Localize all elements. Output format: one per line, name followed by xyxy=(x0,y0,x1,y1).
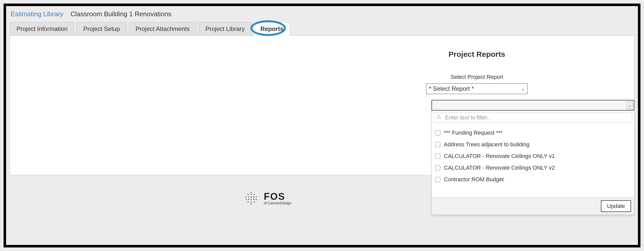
estimates-dropdown: ⌄ *** Funding Request *** Address Trees … xyxy=(431,100,634,215)
logo-sub: of CannonDesign xyxy=(264,201,291,205)
estimate-item[interactable]: CALCULATOR - Renovate Ceilings ONLY v1 xyxy=(434,150,632,162)
reports-title: Project Reports xyxy=(424,50,530,59)
estimate-checkbox[interactable] xyxy=(435,177,440,182)
select-report-label: Select Project Report xyxy=(424,74,530,80)
header-bar: Estimating Library Classroom Building 1 … xyxy=(6,6,638,18)
estimate-checkbox[interactable] xyxy=(435,165,440,170)
logo-dots-icon xyxy=(245,191,258,205)
estimate-item[interactable]: *** Funding Request *** xyxy=(434,127,632,139)
estimate-label: CALCULATOR - Renovate Ceilings ONLY v1 xyxy=(444,153,555,159)
select-report-dropdown[interactable]: * Select Report * ⌄ xyxy=(426,83,528,94)
chevron-down-icon: ⌄ xyxy=(521,86,525,92)
estimate-item[interactable]: Contractor ROM Budget xyxy=(434,174,632,185)
estimates-panel: *** Funding Request *** Address Trees ad… xyxy=(431,111,634,198)
estimate-checkbox[interactable] xyxy=(435,130,440,135)
tab-project-library[interactable]: Project Library xyxy=(199,22,252,35)
project-title: Classroom Building 1 Renovations xyxy=(71,10,171,18)
estimates-list: *** Funding Request *** Address Trees ad… xyxy=(434,125,632,195)
estimates-collapsed-bar[interactable]: ⌄ xyxy=(431,100,634,111)
tab-project-information[interactable]: Project Information xyxy=(10,22,74,35)
app-window: Estimating Library Classroom Building 1 … xyxy=(4,4,640,247)
estimate-label: *** Funding Request *** xyxy=(444,130,502,136)
estimate-label: Contractor ROM Budget xyxy=(444,176,504,183)
logo-main: FOS xyxy=(264,191,291,202)
tab-project-setup[interactable]: Project Setup xyxy=(76,22,127,35)
estimate-checkbox[interactable] xyxy=(435,154,440,159)
tab-project-attachments[interactable]: Project Attachments xyxy=(129,22,197,35)
estimating-library-link[interactable]: Estimating Library xyxy=(11,10,63,18)
chevron-down-icon[interactable]: ⌄ xyxy=(627,101,633,109)
estimate-item[interactable]: Address Trees adjacent to building xyxy=(434,139,632,150)
svg-line-1 xyxy=(440,118,441,119)
select-report-value: * Select Report * xyxy=(429,85,474,92)
estimate-item[interactable]: CALCULATOR - Renovate Ceilings ONLY v2 xyxy=(434,162,632,174)
svg-point-0 xyxy=(437,115,440,118)
search-icon xyxy=(437,115,442,121)
estimate-label: CALCULATOR - Renovate Ceilings ONLY v2 xyxy=(444,165,555,171)
estimates-footer: Update xyxy=(431,198,634,215)
update-button[interactable]: Update xyxy=(601,200,631,212)
logo-text: FOS of CannonDesign xyxy=(264,191,291,205)
tab-strip: Project Information Project Setup Projec… xyxy=(10,22,638,36)
tab-reports[interactable]: Reports xyxy=(254,22,290,36)
footer-logo: FOS of CannonDesign xyxy=(245,191,291,205)
tab-reports-label: Reports xyxy=(260,25,284,32)
filter-row xyxy=(434,113,632,123)
estimate-label: Address Trees adjacent to building xyxy=(444,141,530,148)
estimate-checkbox[interactable] xyxy=(435,142,440,147)
filter-input[interactable] xyxy=(445,114,629,121)
